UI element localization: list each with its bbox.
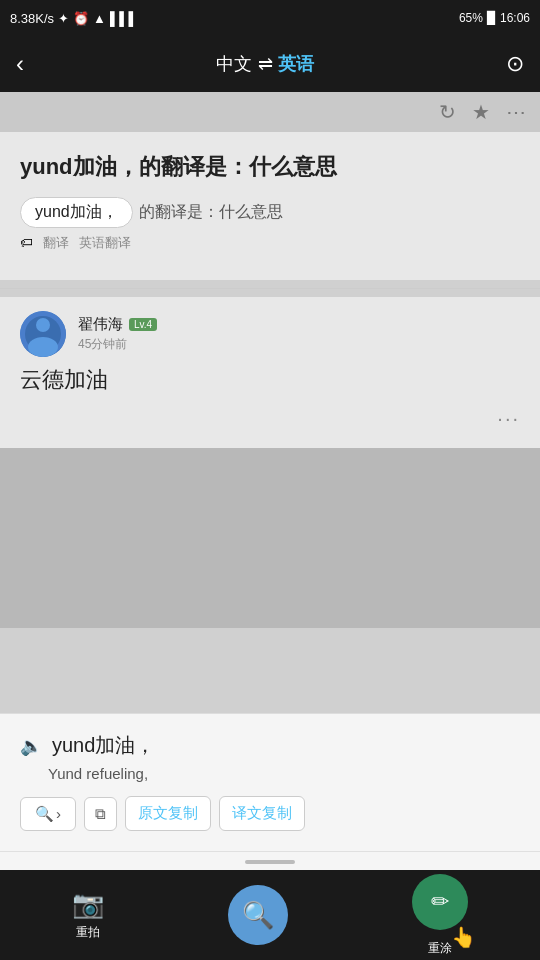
edit-icon: ✏ (431, 889, 449, 915)
search-center-icon: 🔍 (242, 900, 274, 931)
retake-icon: 📷 (72, 889, 104, 920)
user-time: 45分钟前 (78, 336, 157, 353)
tag-translate[interactable]: 翻译 (43, 234, 69, 252)
svg-rect-3 (28, 337, 58, 357)
highlighted-phrase[interactable]: yund加油， (20, 197, 133, 228)
user-badge: Lv.4 (129, 318, 157, 331)
more-button[interactable]: ⊙ (506, 51, 524, 77)
tag-icon: 🏷 (20, 235, 33, 250)
main-content: yund加油，的翻译是：什么意思 yund加油， 的翻译是：什么意思 🏷 翻译 … (0, 132, 540, 280)
search-center-button[interactable]: 🔍 (228, 885, 288, 945)
handle-bar (245, 860, 295, 864)
speed-indicator: 8.38K/s (10, 11, 54, 26)
refresh-icon[interactable]: ↻ (439, 100, 456, 124)
phrase-rest: 的翻译是：什么意思 (139, 202, 283, 223)
phrase-row: yund加油， 的翻译是：什么意思 (20, 197, 520, 228)
battery-level: 65% (459, 11, 483, 25)
favorite-icon[interactable]: ★ (472, 100, 490, 124)
wifi-icon: ▲ (93, 11, 106, 26)
translation-result: Yund refueling, (48, 765, 520, 782)
back-button[interactable]: ‹ (16, 50, 24, 78)
translation-actions: 🔍 › ⧉ 原文复制 译文复制 (20, 796, 520, 831)
status-bar: 8.38K/s ✦ ⏰ ▲ ▌▌▌ 65% ▉ 16:06 (0, 0, 540, 36)
translation-content: 🔈 yund加油， Yund refueling, 🔍 › ⧉ 原文复制 译文复… (0, 714, 540, 845)
retake-label: 重拍 (76, 924, 100, 941)
copy-translation-button[interactable]: 译文复制 (219, 796, 305, 831)
tag-row: 🏷 翻译 英语翻译 (20, 234, 520, 252)
more-dots-button[interactable]: ··· (20, 403, 520, 434)
tag-english[interactable]: 英语翻译 (79, 234, 131, 252)
copy-icon-button[interactable]: ⧉ (84, 797, 117, 831)
translation-panel: 🔈 yund加油， Yund refueling, 🔍 › ⧉ 原文复制 译文复… (0, 713, 540, 870)
copy-original-button[interactable]: 原文复制 (125, 796, 211, 831)
avatar (20, 311, 66, 357)
status-left: 8.38K/s ✦ ⏰ ▲ ▌▌▌ (10, 11, 138, 26)
translation-original-text: yund加油， (52, 732, 155, 759)
user-row: 翟伟海 Lv.4 45分钟前 (20, 311, 520, 357)
user-info: 翟伟海 Lv.4 45分钟前 (78, 315, 157, 353)
current-time: 16:06 (500, 11, 530, 25)
answer-text: 云德加油 (20, 365, 520, 395)
target-lang: 英语 (278, 54, 314, 74)
retake-button[interactable]: 📷 重拍 (72, 889, 104, 941)
avatar-inner (20, 311, 66, 357)
question-title: yund加油，的翻译是：什么意思 (20, 152, 520, 183)
answer-section: 翟伟海 Lv.4 45分钟前 云德加油 ··· (0, 297, 540, 448)
copy-icon: ⧉ (95, 805, 106, 823)
status-right: 65% ▉ 16:06 (459, 11, 530, 25)
drag-handle[interactable] (0, 851, 540, 870)
search-button[interactable]: 🔍 › (20, 797, 76, 831)
edit-label: 重涂 (428, 940, 452, 957)
nav-title: 中文 ⇌ 英语 (216, 52, 313, 76)
nav-bar: ‹ 中文 ⇌ 英语 ⊙ (0, 36, 540, 92)
secondary-header: ↻ ★ ⋯ (0, 92, 540, 132)
bluetooth-icon: ✦ (58, 11, 69, 26)
battery-icon: ▉ (487, 11, 496, 25)
avatar-image (20, 311, 66, 357)
user-name-row: 翟伟海 Lv.4 (78, 315, 157, 334)
signal-icon: ▌▌▌ (110, 11, 138, 26)
svg-point-2 (36, 318, 50, 332)
gray-spacer (0, 448, 540, 628)
translation-original-row: 🔈 yund加油， (20, 732, 520, 759)
edit-button[interactable]: ✏ 👆 重涂 (412, 874, 468, 957)
source-lang: 中文 (216, 54, 252, 74)
user-name: 翟伟海 (78, 315, 123, 334)
options-icon[interactable]: ⋯ (506, 100, 526, 124)
speaker-icon[interactable]: 🔈 (20, 735, 42, 757)
alarm-icon: ⏰ (73, 11, 89, 26)
edit-icon-circle[interactable]: ✏ (412, 874, 468, 930)
divider (0, 288, 540, 289)
lang-arrow: ⇌ (258, 54, 278, 74)
hand-icon: 👆 (451, 925, 476, 949)
search-arrow: › (56, 805, 61, 822)
bottom-nav: 📷 重拍 🔍 ✏ 👆 重涂 (0, 870, 540, 960)
search-icon: 🔍 (35, 805, 54, 823)
